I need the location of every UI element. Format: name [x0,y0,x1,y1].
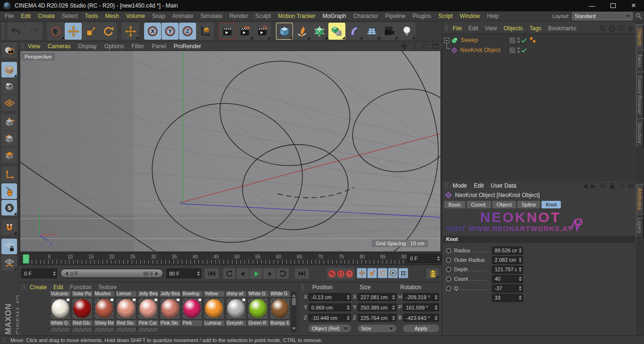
parameter-input[interactable]: 89.526 cm [492,247,523,255]
add-panel-icon[interactable]: ⊞ [628,25,634,32]
material-item[interactable]: shiny wl Greyish [225,291,247,332]
rotate-view-icon[interactable] [421,43,429,50]
search-icon[interactable] [600,183,606,189]
menu-item[interactable]: File [5,13,14,19]
material-thumbnail[interactable] [94,298,115,319]
coordinate-mode-dropdown[interactable]: Object (Rel) [309,325,351,332]
timeline-playhead[interactable] [23,254,29,264]
parameter-input[interactable]: 121.797 cm [492,266,523,274]
material-name[interactable]: Greyish [226,320,247,326]
size-y-input[interactable]: 250.385 cm [358,303,396,311]
keyframe-circle-icon[interactable] [446,267,451,272]
side-tab[interactable]: Attributes [636,184,644,214]
material-thumbnail[interactable] [160,298,180,319]
size-mode-dropdown[interactable]: Size [358,325,396,332]
material-name[interactable]: Pink Car [138,320,159,326]
material-name-above[interactable]: Mushro [94,291,115,297]
object-menu-item[interactable]: Objects [504,25,523,32]
menu-item[interactable]: Plugins [412,13,431,19]
menu-item[interactable]: Script [438,13,453,19]
texture-mode-button[interactable] [1,78,17,94]
key-pla-button[interactable] [398,268,408,278]
object-name[interactable]: NeoKnot Object [460,47,500,53]
undo-button[interactable] [8,23,25,40]
menu-item[interactable]: Select [62,13,77,19]
range-right-arrow-icon[interactable] [155,272,160,275]
material-name[interactable]: Shiny Re [94,320,115,326]
viewport-canvas[interactable]: Y X Z Perspective Grid Spacing : 10 cm [20,51,440,251]
play-forwards-button[interactable] [276,268,289,279]
object-menu-item[interactable]: Bookmarks [548,25,576,32]
frame-range-slider[interactable]: 0 F 90 F [60,268,163,278]
last-tool-button[interactable] [122,23,139,40]
object-menu-item[interactable]: Edit [468,25,478,32]
layer-color-swatch[interactable] [509,37,516,44]
material-item[interactable]: Jelly Bea Pink Car [137,291,159,332]
history-back-icon[interactable]: ◀ [583,182,587,189]
visibility-dots[interactable] [517,47,520,53]
material-name[interactable]: Red Slu [116,320,137,326]
previous-key-button[interactable] [236,268,249,279]
snap-settings-button[interactable]: S [1,200,17,215]
keyframe-circle-icon[interactable] [446,248,451,253]
stepper[interactable] [390,314,396,321]
search-icon[interactable] [599,25,606,32]
stepper[interactable] [433,293,438,301]
key-scale-button[interactable] [367,268,377,278]
model-mode-button[interactable] [1,62,17,77]
parameter-input[interactable]: -37 [492,284,523,292]
stepper[interactable] [517,247,523,254]
add-cube-button[interactable] [276,23,293,40]
menu-item[interactable]: Create [38,13,55,19]
timeline-window-button[interactable] [426,268,439,279]
knot-section-header[interactable]: Knot [443,236,635,243]
generators-sweep-button[interactable] [328,23,345,40]
maximize-button[interactable] [602,0,623,11]
stepper[interactable] [390,293,396,301]
axis-mode-button[interactable] [1,167,17,182]
material-name[interactable]: White G [50,320,71,326]
attribute-tab[interactable]: Object [492,201,516,208]
material-name-above[interactable]: Solar Pa [72,291,93,297]
material-item[interactable]: Yellow Luminar [203,291,225,332]
stepper[interactable] [195,269,201,278]
points-mode-button[interactable] [1,114,17,130]
layer-color-swatch[interactable] [509,47,516,54]
material-item[interactable]: Mushro Shiny Re [93,291,115,332]
polygons-mode-button[interactable] [1,147,17,163]
material-item[interactable]: Jelly Bea Pink Ski [159,291,181,332]
rotation-p-input[interactable]: 161.599 ° [403,303,439,311]
key-rotation-button[interactable] [378,268,387,278]
floor-environment-button[interactable] [363,23,380,40]
material-name[interactable]: Pink Ski [160,320,180,326]
scrollbar-thumb[interactable] [292,298,296,305]
viewport-menu-item[interactable]: View [28,43,40,50]
menu-item[interactable]: Character [353,13,378,19]
viewport-menu-item[interactable]: Options [104,43,124,50]
parameter-input[interactable]: 40 [492,275,523,283]
coordinates-grip[interactable] [301,284,305,291]
make-editable-button[interactable] [1,43,17,58]
menu-item[interactable]: Render [230,13,248,19]
material-thumbnail[interactable] [226,298,247,319]
stepper[interactable] [433,314,438,321]
menu-item[interactable]: Sculpt [255,13,271,19]
move-tool-button[interactable] [65,23,82,40]
timeline-ruler[interactable]: 051015202530354045505560657075808590 0 F [19,253,442,265]
material-thumbnail[interactable] [138,298,159,319]
spline-pen-button[interactable] [293,23,310,40]
camera-button[interactable] [381,23,398,40]
scroll-down-icon[interactable] [292,327,296,332]
render-settings-button[interactable] [254,23,271,40]
material-item[interactable]: White G Green R [247,291,269,332]
material-name-above[interactable]: shiny wl [226,291,247,297]
play-button[interactable] [249,268,263,279]
viewport-menu-item[interactable]: Panel [152,43,166,50]
toggle-panel-icon[interactable] [432,43,439,50]
keyframe-circle-icon[interactable] [446,286,451,291]
stepper[interactable] [435,255,441,262]
key-position-button[interactable] [357,268,367,278]
apply-button[interactable]: Apply [403,325,439,332]
attribute-menu-item[interactable]: Mode [453,182,467,189]
material-item[interactable]: Lemon Red Slu [115,291,137,332]
